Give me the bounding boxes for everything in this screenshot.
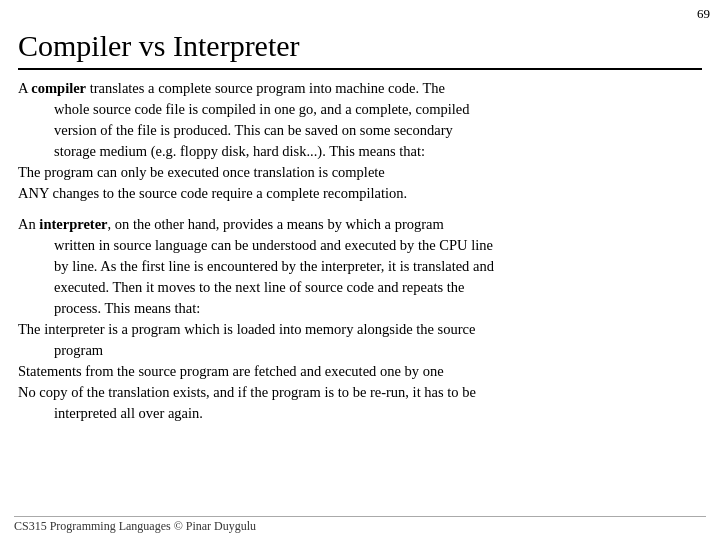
compiler-intro-line: A compiler translates a complete source … [18, 78, 702, 99]
compiler-bold: compiler [31, 80, 86, 96]
page-number: 69 [697, 6, 710, 22]
interpreter-indent4: process. This means that: [18, 298, 702, 319]
interpreter-indent1: written in source language can be unders… [18, 235, 702, 256]
interpreter-indent2: by line. As the first line is encountere… [18, 256, 702, 277]
interpreter-line1b: program [18, 340, 702, 361]
compiler-indent1: whole source code file is compiled in on… [18, 99, 702, 120]
footer: CS315 Programming Languages © Pinar Duyg… [14, 516, 706, 534]
interpreter-line2: Statements from the source program are f… [18, 361, 702, 382]
compiler-line1: The program can only be executed once tr… [18, 162, 702, 183]
interpreter-indent3: executed. Then it moves to the next line… [18, 277, 702, 298]
interpreter-bold: interpreter [39, 216, 107, 232]
compiler-indent2: version of the file is produced. This ca… [18, 120, 702, 141]
compiler-indent3: storage medium (e.g. floppy disk, hard d… [18, 141, 702, 162]
interpreter-intro-line: An interpreter, on the other hand, provi… [18, 214, 702, 235]
compiler-line2: ANY changes to the source code require a… [18, 183, 702, 204]
interpreter-line1: The interpreter is a program which is lo… [18, 319, 702, 340]
slide-title: Compiler vs Interpreter [18, 28, 702, 70]
interpreter-line3: No copy of the translation exists, and i… [18, 382, 702, 403]
interpreter-line3b: interpreted all over again. [18, 403, 702, 424]
